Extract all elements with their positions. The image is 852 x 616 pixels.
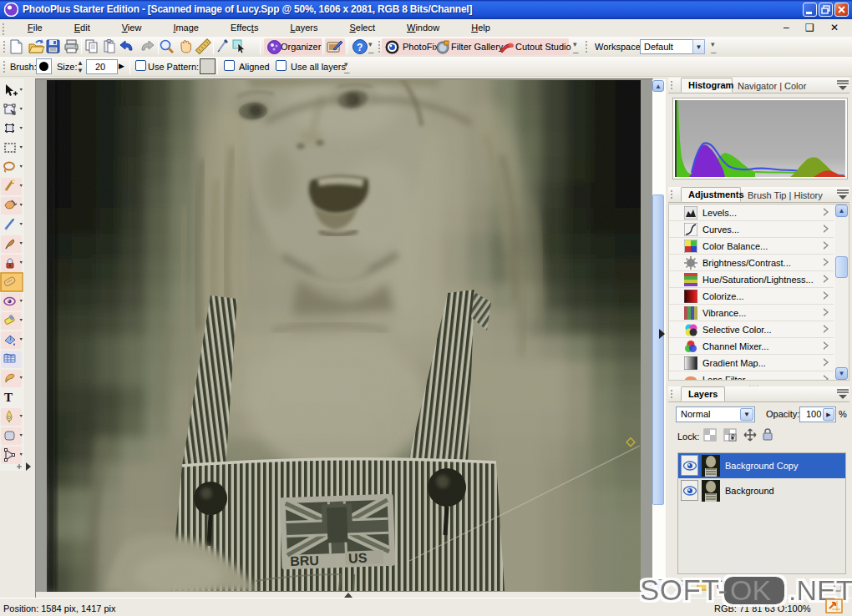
svg-text:OK: OK [730,574,771,606]
svg-text:SOFT-: SOFT- [640,574,728,606]
svg-text:T: T [4,391,13,404]
svg-text:?: ? [357,42,363,53]
